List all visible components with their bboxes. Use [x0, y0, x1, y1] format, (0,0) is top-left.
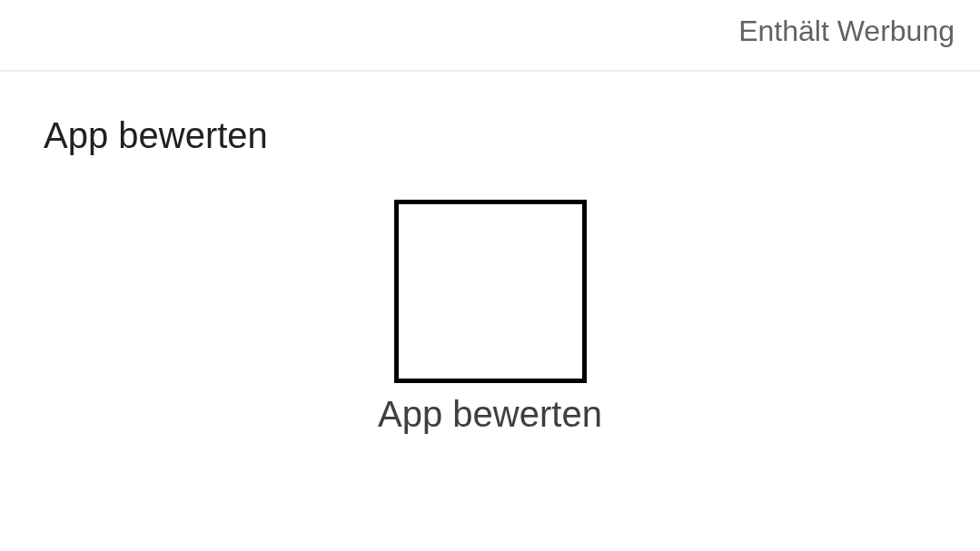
top-bar: Enthält Werbung [0, 0, 980, 72]
contains-ads-label: Enthält Werbung [738, 15, 955, 47]
rate-app-section: App bewerten App bewerten [0, 72, 980, 435]
rate-app-title: App bewerten [44, 115, 936, 156]
rate-app-caption: App bewerten [378, 394, 602, 435]
app-icon-placeholder [394, 200, 587, 383]
rate-app-area[interactable]: App bewerten [44, 200, 936, 435]
